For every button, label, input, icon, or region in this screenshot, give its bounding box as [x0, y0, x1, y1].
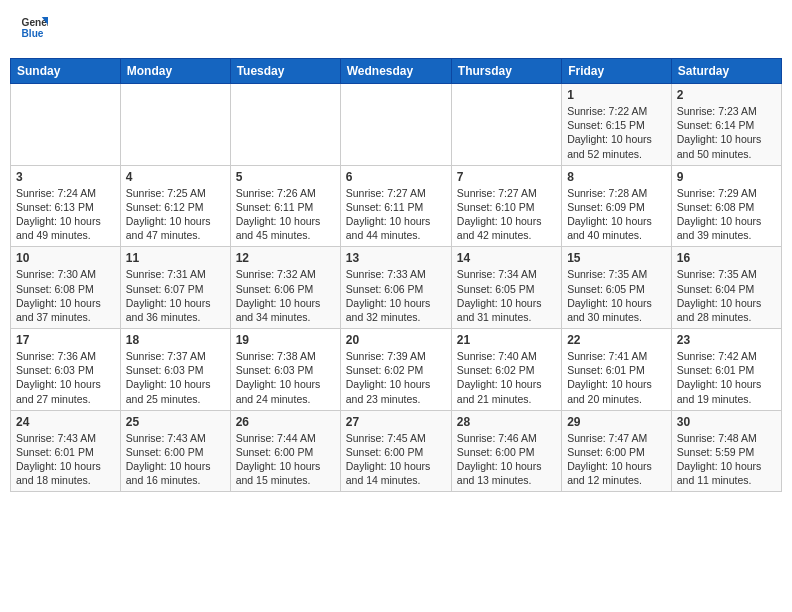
cell-date: 8: [567, 170, 666, 184]
calendar-cell: 8Sunrise: 7:28 AM Sunset: 6:09 PM Daylig…: [562, 165, 672, 247]
calendar-cell: 10Sunrise: 7:30 AM Sunset: 6:08 PM Dayli…: [11, 247, 121, 329]
calendar-cell: 3Sunrise: 7:24 AM Sunset: 6:13 PM Daylig…: [11, 165, 121, 247]
calendar-cell: 16Sunrise: 7:35 AM Sunset: 6:04 PM Dayli…: [671, 247, 781, 329]
calendar-cell: 27Sunrise: 7:45 AM Sunset: 6:00 PM Dayli…: [340, 410, 451, 492]
calendar-cell: 23Sunrise: 7:42 AM Sunset: 6:01 PM Dayli…: [671, 329, 781, 411]
calendar-cell: [230, 84, 340, 166]
calendar-cell: 2Sunrise: 7:23 AM Sunset: 6:14 PM Daylig…: [671, 84, 781, 166]
cell-date: 30: [677, 415, 776, 429]
cell-info: Sunrise: 7:35 AM Sunset: 6:05 PM Dayligh…: [567, 267, 666, 324]
cell-date: 14: [457, 251, 556, 265]
calendar-cell: 5Sunrise: 7:26 AM Sunset: 6:11 PM Daylig…: [230, 165, 340, 247]
cell-info: Sunrise: 7:48 AM Sunset: 5:59 PM Dayligh…: [677, 431, 776, 488]
page-header: General Blue: [10, 10, 782, 50]
cell-date: 19: [236, 333, 335, 347]
cell-info: Sunrise: 7:32 AM Sunset: 6:06 PM Dayligh…: [236, 267, 335, 324]
cell-info: Sunrise: 7:42 AM Sunset: 6:01 PM Dayligh…: [677, 349, 776, 406]
cell-info: Sunrise: 7:29 AM Sunset: 6:08 PM Dayligh…: [677, 186, 776, 243]
calendar-cell: [340, 84, 451, 166]
cell-date: 4: [126, 170, 225, 184]
calendar-cell: 1Sunrise: 7:22 AM Sunset: 6:15 PM Daylig…: [562, 84, 672, 166]
calendar-header-row: SundayMondayTuesdayWednesdayThursdayFrid…: [11, 59, 782, 84]
calendar-cell: [120, 84, 230, 166]
cell-date: 6: [346, 170, 446, 184]
cell-info: Sunrise: 7:27 AM Sunset: 6:11 PM Dayligh…: [346, 186, 446, 243]
cell-date: 15: [567, 251, 666, 265]
calendar-cell: 26Sunrise: 7:44 AM Sunset: 6:00 PM Dayli…: [230, 410, 340, 492]
cell-info: Sunrise: 7:26 AM Sunset: 6:11 PM Dayligh…: [236, 186, 335, 243]
cell-date: 22: [567, 333, 666, 347]
cell-date: 3: [16, 170, 115, 184]
cell-info: Sunrise: 7:45 AM Sunset: 6:00 PM Dayligh…: [346, 431, 446, 488]
cell-date: 2: [677, 88, 776, 102]
cell-date: 18: [126, 333, 225, 347]
cell-date: 21: [457, 333, 556, 347]
cell-date: 25: [126, 415, 225, 429]
cell-date: 24: [16, 415, 115, 429]
calendar-cell: 13Sunrise: 7:33 AM Sunset: 6:06 PM Dayli…: [340, 247, 451, 329]
calendar-cell: 19Sunrise: 7:38 AM Sunset: 6:03 PM Dayli…: [230, 329, 340, 411]
cell-info: Sunrise: 7:43 AM Sunset: 6:01 PM Dayligh…: [16, 431, 115, 488]
calendar-cell: [11, 84, 121, 166]
cell-info: Sunrise: 7:47 AM Sunset: 6:00 PM Dayligh…: [567, 431, 666, 488]
calendar-cell: 7Sunrise: 7:27 AM Sunset: 6:10 PM Daylig…: [451, 165, 561, 247]
cell-info: Sunrise: 7:23 AM Sunset: 6:14 PM Dayligh…: [677, 104, 776, 161]
cell-info: Sunrise: 7:34 AM Sunset: 6:05 PM Dayligh…: [457, 267, 556, 324]
calendar-cell: 30Sunrise: 7:48 AM Sunset: 5:59 PM Dayli…: [671, 410, 781, 492]
calendar-cell: 12Sunrise: 7:32 AM Sunset: 6:06 PM Dayli…: [230, 247, 340, 329]
cell-date: 23: [677, 333, 776, 347]
weekday-header: Thursday: [451, 59, 561, 84]
cell-date: 7: [457, 170, 556, 184]
cell-date: 5: [236, 170, 335, 184]
weekday-header: Tuesday: [230, 59, 340, 84]
calendar-cell: 29Sunrise: 7:47 AM Sunset: 6:00 PM Dayli…: [562, 410, 672, 492]
cell-info: Sunrise: 7:37 AM Sunset: 6:03 PM Dayligh…: [126, 349, 225, 406]
calendar-week-row: 10Sunrise: 7:30 AM Sunset: 6:08 PM Dayli…: [11, 247, 782, 329]
logo: General Blue: [18, 14, 48, 46]
calendar-cell: 4Sunrise: 7:25 AM Sunset: 6:12 PM Daylig…: [120, 165, 230, 247]
cell-date: 11: [126, 251, 225, 265]
calendar-cell: 15Sunrise: 7:35 AM Sunset: 6:05 PM Dayli…: [562, 247, 672, 329]
cell-info: Sunrise: 7:24 AM Sunset: 6:13 PM Dayligh…: [16, 186, 115, 243]
calendar-table: SundayMondayTuesdayWednesdayThursdayFrid…: [10, 58, 782, 492]
cell-info: Sunrise: 7:28 AM Sunset: 6:09 PM Dayligh…: [567, 186, 666, 243]
logo-icon: General Blue: [20, 14, 48, 42]
cell-date: 26: [236, 415, 335, 429]
calendar-cell: 6Sunrise: 7:27 AM Sunset: 6:11 PM Daylig…: [340, 165, 451, 247]
cell-info: Sunrise: 7:22 AM Sunset: 6:15 PM Dayligh…: [567, 104, 666, 161]
cell-info: Sunrise: 7:38 AM Sunset: 6:03 PM Dayligh…: [236, 349, 335, 406]
cell-date: 17: [16, 333, 115, 347]
calendar-cell: 20Sunrise: 7:39 AM Sunset: 6:02 PM Dayli…: [340, 329, 451, 411]
cell-date: 9: [677, 170, 776, 184]
weekday-header: Saturday: [671, 59, 781, 84]
cell-info: Sunrise: 7:27 AM Sunset: 6:10 PM Dayligh…: [457, 186, 556, 243]
calendar-week-row: 24Sunrise: 7:43 AM Sunset: 6:01 PM Dayli…: [11, 410, 782, 492]
calendar-cell: 21Sunrise: 7:40 AM Sunset: 6:02 PM Dayli…: [451, 329, 561, 411]
calendar-cell: 9Sunrise: 7:29 AM Sunset: 6:08 PM Daylig…: [671, 165, 781, 247]
cell-info: Sunrise: 7:36 AM Sunset: 6:03 PM Dayligh…: [16, 349, 115, 406]
calendar-body: 1Sunrise: 7:22 AM Sunset: 6:15 PM Daylig…: [11, 84, 782, 492]
cell-info: Sunrise: 7:43 AM Sunset: 6:00 PM Dayligh…: [126, 431, 225, 488]
cell-info: Sunrise: 7:39 AM Sunset: 6:02 PM Dayligh…: [346, 349, 446, 406]
cell-date: 28: [457, 415, 556, 429]
cell-info: Sunrise: 7:25 AM Sunset: 6:12 PM Dayligh…: [126, 186, 225, 243]
cell-info: Sunrise: 7:33 AM Sunset: 6:06 PM Dayligh…: [346, 267, 446, 324]
weekday-header: Monday: [120, 59, 230, 84]
calendar-cell: 14Sunrise: 7:34 AM Sunset: 6:05 PM Dayli…: [451, 247, 561, 329]
calendar-cell: [451, 84, 561, 166]
cell-info: Sunrise: 7:41 AM Sunset: 6:01 PM Dayligh…: [567, 349, 666, 406]
cell-date: 20: [346, 333, 446, 347]
cell-info: Sunrise: 7:30 AM Sunset: 6:08 PM Dayligh…: [16, 267, 115, 324]
cell-date: 27: [346, 415, 446, 429]
calendar-week-row: 3Sunrise: 7:24 AM Sunset: 6:13 PM Daylig…: [11, 165, 782, 247]
cell-info: Sunrise: 7:31 AM Sunset: 6:07 PM Dayligh…: [126, 267, 225, 324]
calendar-cell: 25Sunrise: 7:43 AM Sunset: 6:00 PM Dayli…: [120, 410, 230, 492]
weekday-header: Friday: [562, 59, 672, 84]
calendar-cell: 17Sunrise: 7:36 AM Sunset: 6:03 PM Dayli…: [11, 329, 121, 411]
cell-date: 1: [567, 88, 666, 102]
cell-info: Sunrise: 7:44 AM Sunset: 6:00 PM Dayligh…: [236, 431, 335, 488]
calendar-cell: 22Sunrise: 7:41 AM Sunset: 6:01 PM Dayli…: [562, 329, 672, 411]
cell-info: Sunrise: 7:35 AM Sunset: 6:04 PM Dayligh…: [677, 267, 776, 324]
svg-text:Blue: Blue: [22, 28, 44, 39]
cell-date: 16: [677, 251, 776, 265]
